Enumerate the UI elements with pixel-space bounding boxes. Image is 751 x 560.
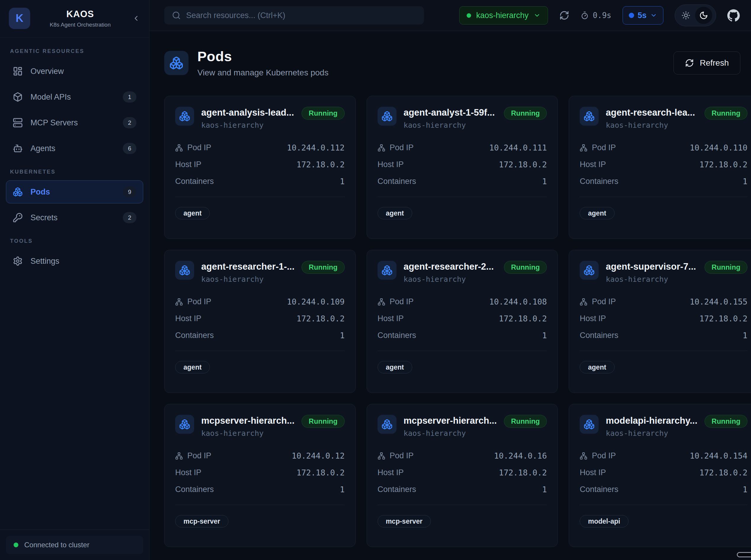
sidebar-item-overview[interactable]: Overview [6,60,143,83]
host-ip-value: 172.18.0.2 [499,468,547,477]
containers-value: 1 [743,485,748,494]
container-tag: agent [175,361,210,374]
containers-label: Containers [580,485,618,494]
sidebar-item-mcp-servers[interactable]: MCP Servers 2 [6,111,143,134]
pod-ip-label: Pod IP [390,297,414,306]
horizontal-scrollbar[interactable] [737,552,751,557]
card-divider [580,351,748,351]
sidebar-item-pods[interactable]: Pods 9 [6,180,143,203]
host-ip-row: Host IP 172.18.0.2 [580,468,748,477]
namespace-status-dot-icon [467,13,471,18]
pod-icon-tile [378,107,397,126]
pod-card-header: agent-researcher-2... kaos-hierarchy Run… [378,261,547,283]
sidebar-collapse-button[interactable] [130,13,142,24]
sidebar-item-label: Secrets [31,213,58,222]
sidebar-item-label: Overview [31,67,64,76]
theme-toggle[interactable] [675,4,716,26]
sidebar: K KAOS K8s Agent Orchestration AGENTIC R… [0,0,150,560]
pod-name: agent-analysis-lead... [201,107,294,118]
search-box [164,6,424,24]
pod-card[interactable]: modelapi-hierarchy... kaos-hierarchy Run… [569,404,751,547]
boxes-icon [583,265,595,276]
pod-namespace: kaos-hierarchy [606,275,697,283]
sidebar-item-badge: 2 [123,212,136,223]
status-badge: Running [504,261,547,274]
pod-namespace: kaos-hierarchy [606,121,697,129]
host-ip-label: Host IP [580,468,606,477]
search-input[interactable] [186,11,416,20]
sidebar-item-agents[interactable]: Agents 6 [6,137,143,160]
poll-interval-value: 5s [638,11,647,20]
boxes-icon [381,265,393,276]
status-badge: Running [705,107,748,120]
pod-card[interactable]: mcpserver-hierarch... kaos-hierarchy Run… [164,404,356,547]
pod-card[interactable]: agent-researcher-2... kaos-hierarchy Run… [367,250,558,393]
status-badge: Running [504,107,547,120]
status-badge: Running [302,261,344,274]
sidebar-item-settings[interactable]: Settings [6,249,143,273]
pod-card[interactable]: agent-analyst-1-59f... kaos-hierarchy Ru… [367,96,558,239]
pod-card[interactable]: agent-analysis-lead... kaos-hierarchy Ru… [164,96,356,239]
pod-ip-row: Pod IP 10.244.0.16 [378,451,547,460]
pod-card[interactable]: agent-research-lea... kaos-hierarchy Run… [569,96,751,239]
network-icon [580,452,588,460]
containers-row: Containers 1 [378,331,547,340]
card-divider [580,505,748,505]
pod-name: agent-analyst-1-59f... [404,107,497,118]
pod-card[interactable]: agent-supervisor-7... kaos-hierarchy Run… [569,250,751,393]
boxes-icon [179,111,190,122]
host-ip-value: 172.18.0.2 [296,314,345,323]
host-ip-value: 172.18.0.2 [699,314,748,323]
network-icon [580,144,588,152]
poll-interval-selector[interactable]: 5s [622,6,663,24]
pod-grid: agent-analysis-lead... kaos-hierarchy Ru… [164,96,740,547]
pod-namespace: kaos-hierarchy [404,121,497,129]
brand: KAOS K8s Agent Orchestration [36,9,124,28]
moon-icon [699,11,708,20]
pod-icon-tile [378,261,397,280]
refresh-button[interactable]: Refresh [673,52,740,75]
pod-ip-row: Pod IP 10.244.0.109 [175,297,345,306]
boxes-icon [169,56,184,70]
pod-card[interactable]: agent-researcher-1-... kaos-hierarchy Ru… [164,250,356,393]
page-title: Pods [197,48,328,64]
pod-card-header: agent-research-lea... kaos-hierarchy Run… [580,107,748,129]
namespace-selector[interactable]: kaos-hierarchy [459,6,548,24]
layout-dashboard-icon [13,66,23,76]
container-tag: agent [378,361,412,374]
host-ip-value: 172.18.0.2 [499,314,547,323]
box-icon [13,92,23,102]
pod-icon-tile [378,415,397,434]
sidebar-item-model-apis[interactable]: Model APIs 1 [6,85,143,108]
network-icon [175,144,183,152]
sidebar-section-label: AGENTIC RESOURCES [10,48,139,54]
network-icon [378,144,385,152]
refresh-duration: 0.9s [593,11,611,20]
dark-theme-button[interactable] [695,7,712,24]
app-subtitle: K8s Agent Orchestration [50,22,111,28]
refresh-timer: 0.9s [581,11,611,20]
pod-icon-tile [580,415,599,434]
pod-card-header: agent-analyst-1-59f... kaos-hierarchy Ru… [378,107,547,129]
pod-card-header: modelapi-hierarchy... kaos-hierarchy Run… [580,415,748,438]
sidebar-item-badge: 6 [123,143,136,154]
pod-ip-value: 10.244.0.16 [494,451,547,460]
key-icon [13,213,23,223]
sidebar-item-secrets[interactable]: Secrets 2 [6,206,143,229]
containers-row: Containers 1 [175,177,345,186]
containers-label: Containers [378,177,416,186]
card-divider [378,505,547,505]
bot-icon [13,143,23,154]
card-divider [175,351,345,351]
light-theme-button[interactable] [678,8,693,23]
pod-ip-value: 10.244.0.154 [690,451,748,460]
host-ip-value: 172.18.0.2 [296,468,345,477]
containers-label: Containers [378,485,416,494]
containers-value: 1 [340,177,344,186]
container-tag: agent [580,207,614,219]
app-title: KAOS [66,9,94,20]
host-ip-row: Host IP 172.18.0.2 [175,160,345,169]
sync-button[interactable] [559,11,569,20]
pod-card[interactable]: mcpserver-hierarch... kaos-hierarchy Run… [367,404,558,547]
github-link[interactable] [727,9,740,22]
